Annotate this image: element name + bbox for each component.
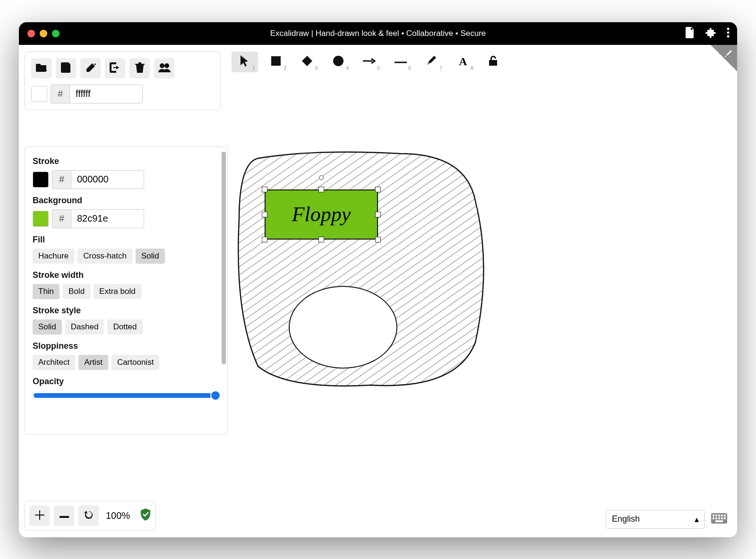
canvas-background-row: # xyxy=(31,85,214,103)
resize-handle-sw[interactable] xyxy=(262,237,267,242)
collaborate-button[interactable] xyxy=(154,58,174,78)
resize-handle-n[interactable] xyxy=(318,187,324,192)
shape-toolbar: 1 2 3 4 5 6 7 xyxy=(232,52,503,72)
zoom-level: 100% xyxy=(103,510,133,521)
maximize-window-button[interactable] xyxy=(52,30,60,37)
stroke-width-label: Stroke width xyxy=(33,270,220,280)
trash-icon xyxy=(135,62,145,74)
titlebar: Excalidraw | Hand-drawn look & feel • Co… xyxy=(19,22,737,45)
drawn-ellipse[interactable] xyxy=(289,286,397,369)
save-icon xyxy=(61,62,71,74)
rotate-handle[interactable] xyxy=(319,175,324,180)
document-icon[interactable] xyxy=(685,27,695,40)
svg-rect-13 xyxy=(721,515,723,516)
language-select[interactable]: English ▴ xyxy=(606,510,705,529)
tool-diamond[interactable]: 3 xyxy=(294,52,320,72)
lock-button[interactable] xyxy=(484,52,503,71)
tool-line[interactable]: 6 xyxy=(387,52,414,72)
delete-button[interactable] xyxy=(129,58,150,78)
background-label: Background xyxy=(33,196,220,206)
svg-rect-17 xyxy=(718,517,720,519)
edit-button[interactable] xyxy=(80,58,101,78)
close-window-button[interactable] xyxy=(27,30,35,37)
tool-text[interactable]: A 8 xyxy=(450,52,476,72)
zoom-reset-button[interactable] xyxy=(78,506,99,526)
folder-open-icon xyxy=(36,63,47,74)
zoom-in-button[interactable] xyxy=(29,506,50,526)
background-swatch[interactable] xyxy=(33,211,49,227)
tool-rectangle[interactable]: 2 xyxy=(263,52,289,72)
stroke-swatch[interactable] xyxy=(33,172,49,188)
svg-rect-12 xyxy=(718,515,720,516)
plus-icon xyxy=(35,510,44,521)
minus-icon xyxy=(60,512,69,519)
resize-handle-w[interactable] xyxy=(262,212,267,217)
svg-rect-10 xyxy=(713,515,714,516)
fill-crosshatch[interactable]: Cross-hatch xyxy=(77,249,132,264)
tool-ellipse[interactable]: 4 xyxy=(325,52,352,72)
sw-thin[interactable]: Thin xyxy=(33,284,60,299)
shield-check-icon xyxy=(140,508,151,523)
minimize-window-button[interactable] xyxy=(40,30,47,37)
fill-solid[interactable]: Solid xyxy=(136,249,165,264)
sloppiness-options: Architect Artist Cartoonist xyxy=(33,355,220,370)
svg-rect-14 xyxy=(724,515,726,516)
export-icon xyxy=(110,62,121,74)
canvas-bg-input[interactable] xyxy=(69,85,143,103)
fill-hachure[interactable]: Hachure xyxy=(33,249,74,264)
background-input[interactable] xyxy=(71,209,144,228)
resize-handle-nw[interactable] xyxy=(262,187,267,192)
extension-icon[interactable] xyxy=(705,27,716,40)
svg-point-4 xyxy=(164,63,169,68)
fill-options: Hachure Cross-hatch Solid xyxy=(33,249,220,264)
fill-label: Fill xyxy=(33,235,220,245)
open-button[interactable] xyxy=(31,58,52,78)
brush-icon xyxy=(723,48,733,60)
keyboard-button[interactable] xyxy=(710,510,729,529)
hash-label: # xyxy=(52,170,71,189)
resize-handle-ne[interactable] xyxy=(375,187,381,192)
canvas-bg-swatch[interactable] xyxy=(31,86,47,102)
resize-handle-e[interactable] xyxy=(375,212,381,217)
tool-number: 2 xyxy=(284,65,286,71)
unlock-icon xyxy=(489,60,498,68)
tool-draw[interactable]: 7 xyxy=(419,52,445,72)
opacity-slider[interactable] xyxy=(34,393,221,398)
resize-handle-s[interactable] xyxy=(318,237,324,242)
traffic-lights xyxy=(27,30,60,37)
svg-point-6 xyxy=(333,56,344,66)
tool-selection[interactable]: 1 xyxy=(232,52,258,72)
slop-architect[interactable]: Architect xyxy=(33,355,75,370)
opacity-label: Opacity xyxy=(33,377,220,387)
ss-dashed[interactable]: Dashed xyxy=(65,319,104,335)
stroke-input[interactable] xyxy=(71,170,144,189)
text-icon: A xyxy=(459,55,467,68)
sw-extrabold[interactable]: Extra bold xyxy=(94,284,141,299)
sw-bold[interactable]: Bold xyxy=(63,284,90,299)
shape-text: Floppy xyxy=(292,202,351,226)
language-value: English xyxy=(612,514,640,524)
properties-panel: Stroke # Background # Fill Hachure xyxy=(25,146,228,435)
ss-solid[interactable]: Solid xyxy=(33,319,62,335)
slop-cartoonist[interactable]: Cartoonist xyxy=(112,355,159,370)
zoom-out-button[interactable] xyxy=(54,506,74,526)
file-panel: # xyxy=(25,52,221,110)
stroke-label: Stroke xyxy=(33,156,220,166)
tool-arrow[interactable]: 5 xyxy=(356,52,383,72)
reset-icon xyxy=(84,510,94,522)
panel-scrollbar[interactable] xyxy=(222,152,226,364)
selected-rectangle[interactable]: Floppy xyxy=(265,189,378,240)
more-menu-icon[interactable] xyxy=(727,27,730,40)
canvas[interactable]: Floppy xyxy=(230,144,523,413)
export-button[interactable] xyxy=(105,58,125,78)
diamond-icon xyxy=(301,55,313,68)
cursor-icon xyxy=(241,55,249,68)
resize-handle-se[interactable] xyxy=(375,237,381,242)
slop-artist[interactable]: Artist xyxy=(78,355,108,370)
svg-point-0 xyxy=(727,27,730,30)
save-button[interactable] xyxy=(56,58,76,78)
pencil-icon xyxy=(427,56,437,68)
svg-rect-11 xyxy=(715,515,717,516)
app-window: Excalidraw | Hand-drawn look & feel • Co… xyxy=(19,22,737,537)
ss-dotted[interactable]: Dotted xyxy=(107,319,142,335)
